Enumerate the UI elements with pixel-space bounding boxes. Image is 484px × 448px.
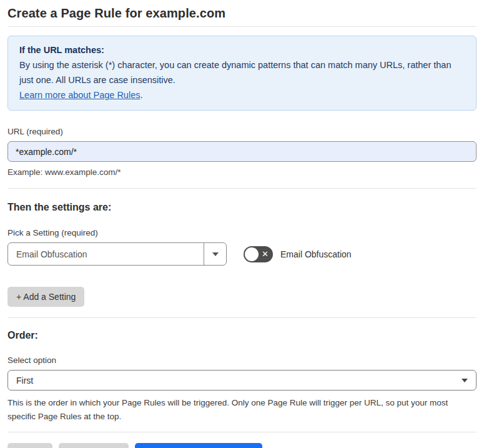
toggle-off-x-icon: ✕ xyxy=(262,246,269,262)
cancel-button[interactable]: Cancel xyxy=(7,443,52,448)
title-divider xyxy=(7,26,477,27)
info-box-heading: If the URL matches: xyxy=(19,42,465,57)
toggle-knob xyxy=(245,247,259,261)
url-field-label: URL (required) xyxy=(7,127,477,136)
url-match-info-box: If the URL matches: By using the asteris… xyxy=(7,36,477,111)
learn-more-link[interactable]: Learn more about Page Rules xyxy=(19,90,140,100)
order-section-heading: Order: xyxy=(7,330,477,341)
section-divider xyxy=(7,317,477,318)
order-select[interactable]: First xyxy=(7,370,477,391)
page-title: Create a Page Rule for example.com xyxy=(7,6,477,21)
section-divider xyxy=(7,188,477,189)
footer-actions: Cancel Save as Draft Save and Deploy Pag… xyxy=(7,443,477,448)
setting-select-arrow-button[interactable] xyxy=(204,243,226,265)
caret-down-icon xyxy=(462,379,468,382)
url-input[interactable] xyxy=(7,141,477,162)
footer-divider xyxy=(7,432,477,432)
url-example-helper: Example: www.example.com/* xyxy=(7,167,477,177)
save-and-deploy-button[interactable]: Save and Deploy Page Rule xyxy=(135,443,262,448)
info-box-link-line: Learn more about Page Rules. xyxy=(19,87,465,102)
add-setting-button[interactable]: + Add a Setting xyxy=(7,287,84,307)
order-description: This is the order in which your Page Rul… xyxy=(7,396,470,424)
settings-section-heading: Then the settings are: xyxy=(7,202,477,213)
email-obfuscation-toggle[interactable]: ✕ xyxy=(244,246,273,262)
link-suffix: . xyxy=(140,90,142,100)
order-select-value: First xyxy=(16,376,33,386)
email-obfuscation-toggle-group: ✕ Email Obfuscation xyxy=(244,246,352,262)
order-select-label: Select option xyxy=(7,356,477,365)
setting-row: Email Obfuscation ✕ Email Obfuscation xyxy=(7,242,477,266)
pick-setting-label: Pick a Setting (required) xyxy=(7,228,477,237)
info-box-body: By using the asterisk (*) character, you… xyxy=(19,57,465,87)
save-as-draft-button[interactable]: Save as Draft xyxy=(59,443,129,448)
setting-select[interactable]: Email Obfuscation xyxy=(7,242,227,266)
toggle-label: Email Obfuscation xyxy=(280,249,352,259)
caret-down-icon xyxy=(212,252,219,256)
setting-select-value: Email Obfuscation xyxy=(8,243,204,265)
page-rule-form: Create a Page Rule for example.com If th… xyxy=(0,0,484,448)
